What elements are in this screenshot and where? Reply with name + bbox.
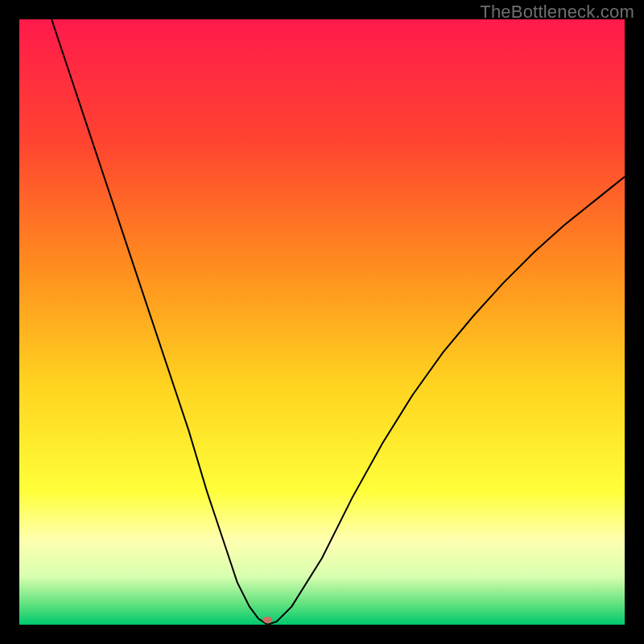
watermark-text: TheBottleneck.com xyxy=(480,2,634,23)
chart-frame xyxy=(19,19,625,625)
bottleneck-chart xyxy=(19,19,625,625)
gradient-background xyxy=(19,19,625,625)
optimum-marker xyxy=(262,617,272,623)
